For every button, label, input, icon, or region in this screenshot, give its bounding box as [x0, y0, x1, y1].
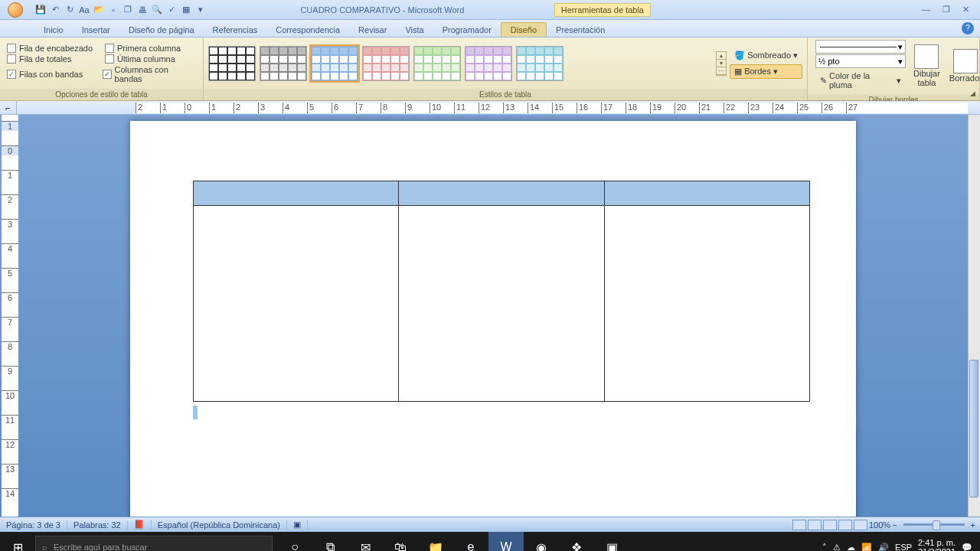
status-macro-icon[interactable]: ▣	[287, 520, 308, 530]
redo-icon[interactable]: ↻	[63, 3, 77, 17]
document-table[interactable]	[193, 181, 810, 402]
shading-button[interactable]: 🪣Sombreado▾	[730, 48, 802, 63]
taskbar-search[interactable]: ⌕ Escribe aquí para buscar	[35, 536, 273, 551]
tab-selector[interactable]: ⌐	[0, 101, 17, 115]
pen-color-button[interactable]: ✎Color de la pluma▾	[815, 69, 906, 92]
page	[130, 121, 856, 517]
table-icon[interactable]: ▦	[179, 3, 193, 17]
style-thumb-3[interactable]	[311, 46, 358, 81]
store-icon[interactable]: 🛍	[383, 532, 418, 551]
tab-revisar[interactable]: Revisar	[349, 23, 396, 37]
tray-security-icon[interactable]: ⚠	[833, 543, 841, 552]
windows-taskbar: ⊞ ⌕ Escribe aquí para buscar ○ ⧉ ✉2 🛍 📁 …	[0, 532, 980, 551]
check-total-row[interactable]: Fila de totales	[5, 54, 103, 64]
tray-notifications-icon[interactable]: 💬	[962, 543, 972, 552]
check-first-col[interactable]: Primera columna	[103, 43, 183, 54]
vertical-ruler[interactable]: 101234567891011121314	[2, 115, 18, 517]
tab-diseno-pagina[interactable]: Diseño de página	[119, 23, 204, 37]
view-outline[interactable]	[838, 520, 852, 530]
page-area	[18, 115, 968, 517]
horizontal-ruler[interactable]: 2101234567891011121314151617181920212223…	[136, 103, 968, 113]
maximize-button[interactable]: ❐	[942, 5, 950, 15]
view-print-layout[interactable]	[792, 520, 806, 530]
status-proofing-icon[interactable]: 📕	[128, 520, 152, 530]
minimize-button[interactable]: —	[922, 5, 930, 15]
check-banded-rows[interactable]: ✓Filas con bandas	[5, 64, 100, 84]
zoom-slider[interactable]	[903, 523, 965, 526]
tab-programador[interactable]: Programador	[433, 23, 501, 37]
ribbon-tabs: Inicio Insertar Diseño de página Referen…	[0, 20, 980, 37]
style-thumb-4[interactable]	[362, 46, 410, 81]
start-button[interactable]: ⊞	[0, 532, 35, 551]
open-icon[interactable]: 📂	[92, 3, 106, 17]
tray-volume-icon[interactable]: 🔊	[878, 543, 889, 552]
print-icon[interactable]: 🖶	[136, 3, 149, 17]
borders-button[interactable]: ▦Bordes▾	[730, 64, 802, 79]
search-placeholder: Escribe aquí para buscar	[54, 543, 147, 551]
status-bar: Página: 3 de 3 Palabras: 32 📕 Español (R…	[0, 517, 980, 532]
new-icon[interactable]: ▫	[106, 3, 120, 17]
check-banded-cols[interactable]: ✓Columnas con bandas	[100, 64, 198, 84]
tray-clock[interactable]: 2:41 p. m. 31/3/2021	[918, 538, 956, 551]
close-button[interactable]: ✕	[962, 5, 969, 15]
tab-referencias[interactable]: Referencias	[204, 23, 267, 37]
tab-vista[interactable]: Vista	[396, 23, 433, 37]
view-fullscreen[interactable]	[808, 520, 822, 530]
pen-icon: ✎	[820, 76, 827, 86]
zoom-out-button[interactable]: −	[892, 520, 897, 530]
app-icon-2[interactable]: ▣	[594, 532, 629, 551]
more-icon[interactable]: ▾	[194, 3, 207, 17]
style-thumb-1[interactable]	[208, 46, 256, 81]
explorer-icon[interactable]: 📁	[418, 532, 453, 551]
font-icon[interactable]: Aa	[77, 3, 91, 17]
chrome-icon[interactable]: ◉	[524, 532, 559, 551]
help-icon[interactable]: ?	[962, 22, 974, 34]
style-thumb-6[interactable]	[465, 46, 512, 81]
check-last-col[interactable]: Última columna	[103, 54, 178, 64]
style-thumb-5[interactable]	[413, 46, 461, 81]
style-thumb-2[interactable]	[260, 46, 307, 81]
zoom-in-button[interactable]: +	[971, 520, 975, 530]
gallery-scroller[interactable]: ▴▾⋯	[716, 51, 727, 76]
ie-icon[interactable]: e	[453, 532, 488, 551]
border-style-select[interactable]: ▾	[815, 40, 906, 54]
office-button[interactable]	[0, 0, 31, 20]
spellcheck-icon[interactable]: ✓	[165, 3, 178, 17]
cortana-icon[interactable]: ○	[277, 532, 312, 551]
view-web[interactable]	[823, 520, 837, 530]
group-table-styles: ▴▾⋯ 🪣Sombreado▾ ▦Bordes▾ Estilos de tabl…	[204, 37, 808, 100]
mail-icon[interactable]: ✉2	[348, 532, 383, 551]
app-icon[interactable]: ❖	[559, 532, 594, 551]
tab-insertar[interactable]: Insertar	[73, 23, 119, 37]
save-icon[interactable]: 💾	[34, 3, 47, 17]
status-language[interactable]: Español (República Dominicana)	[152, 520, 287, 530]
tab-diseno[interactable]: Diseño	[501, 22, 547, 37]
word-icon[interactable]: W	[488, 532, 524, 551]
status-words[interactable]: Palabras: 32	[67, 520, 128, 530]
tray-onedrive-icon[interactable]: ☁	[847, 543, 855, 552]
tab-correspondencia[interactable]: Correspondencia	[266, 23, 349, 37]
tray-wifi-icon[interactable]: 📶	[861, 543, 872, 552]
undo-icon[interactable]: ↶	[48, 3, 62, 17]
status-page[interactable]: Página: 3 de 3	[0, 520, 67, 530]
border-weight-select[interactable]: ½ pto▾	[815, 54, 906, 68]
tab-presentacion[interactable]: Presentación	[547, 23, 614, 37]
group-table-style-options: Fila de encabezado Primera columna Fila …	[0, 37, 204, 100]
eraser-button[interactable]: Borrador	[945, 47, 980, 84]
preview-icon[interactable]: 🔍	[150, 3, 164, 17]
tray-language[interactable]: ESP	[895, 543, 912, 551]
style-thumb-7[interactable]	[516, 46, 564, 81]
document-title: CUADRO COMPARATIVO - Microsoft Word	[211, 5, 554, 15]
scrollbar-thumb[interactable]	[969, 360, 978, 497]
dialog-launcher-icon[interactable]: ◢	[968, 90, 977, 99]
tab-inicio[interactable]: Inicio	[34, 23, 73, 37]
zoom-level[interactable]: 100%	[869, 520, 890, 530]
view-draft[interactable]	[854, 520, 867, 530]
task-view-icon[interactable]: ⧉	[312, 532, 348, 551]
copy-icon[interactable]: ❐	[121, 3, 135, 17]
ribbon: Fila de encabezado Primera columna Fila …	[0, 37, 980, 101]
draw-table-button[interactable]: Dibujar tabla	[909, 43, 945, 89]
tray-chevron-icon[interactable]: ˄	[822, 543, 827, 552]
vertical-scrollbar[interactable]	[968, 115, 980, 517]
check-header-row[interactable]: Fila de encabezado	[5, 43, 103, 54]
